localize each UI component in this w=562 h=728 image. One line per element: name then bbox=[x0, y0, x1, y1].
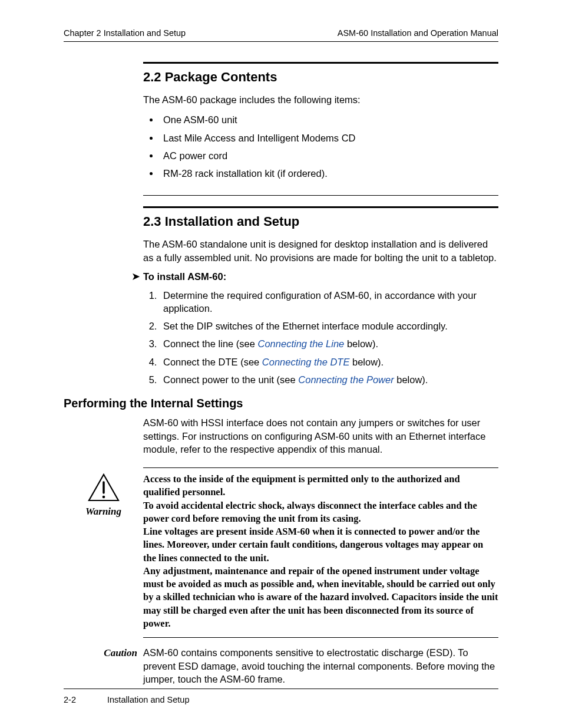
list-item: Determine the required configuration of … bbox=[160, 289, 498, 315]
page: Chapter 2 Installation and Setup ASM-60 … bbox=[0, 0, 562, 728]
rule-top-22 bbox=[143, 62, 498, 64]
header-left: Chapter 2 Installation and Setup bbox=[64, 28, 186, 38]
link-connecting-power[interactable]: Connecting the Power bbox=[298, 374, 394, 385]
subsection-internal-settings-title: Performing the Internal Settings bbox=[64, 397, 498, 410]
link-connecting-dte[interactable]: Connecting the DTE bbox=[262, 357, 350, 367]
rule-bottom-22 bbox=[143, 195, 498, 196]
page-footer: 2-2 Installation and Setup bbox=[64, 689, 498, 704]
procedure-title: To install ASM-60: bbox=[143, 271, 226, 282]
rule-top-23 bbox=[143, 206, 498, 208]
section-2-2-intro: The ASM-60 package includes the followin… bbox=[143, 93, 498, 106]
list-item: AC power cord bbox=[160, 149, 498, 162]
section-2-3-intro: The ASM-60 standalone unit is designed f… bbox=[143, 238, 498, 264]
caution-block: Caution ASM-60 contains components sensi… bbox=[64, 646, 498, 686]
footer-title: Installation and Setup bbox=[107, 695, 189, 704]
section-2-3: 2.3 Installation and Setup The ASM-60 st… bbox=[143, 206, 498, 386]
warning-text: Access to the inside of the equipment is… bbox=[143, 473, 498, 630]
list-item: One ASM-60 unit bbox=[160, 113, 498, 126]
header-right-rest: Installation and Operation Manual bbox=[368, 28, 498, 38]
caution-label: Caution bbox=[64, 647, 137, 659]
section-2-3-title: 2.3 Installation and Setup bbox=[143, 214, 498, 229]
step-text: below). bbox=[344, 338, 378, 349]
header-right-bold: ASM-60 bbox=[338, 28, 368, 38]
step-text: Connect power to the unit (see bbox=[163, 374, 298, 385]
section-2-2-title: 2.2 Package Contents bbox=[143, 70, 498, 85]
step-text: Connect the line (see bbox=[163, 338, 258, 349]
footer-page-number: 2-2 bbox=[64, 695, 105, 704]
step-text: below). bbox=[349, 357, 384, 367]
list-item: Connect the line (see Connecting the Lin… bbox=[160, 337, 498, 350]
running-header: Chapter 2 Installation and Setup ASM-60 … bbox=[64, 28, 498, 42]
warning-triangle-icon bbox=[87, 494, 120, 504]
warning-label: Warning bbox=[64, 506, 143, 518]
subsection-internal-settings: ASM-60 with HSSI interface does not cont… bbox=[143, 416, 498, 456]
install-steps: Determine the required configuration of … bbox=[143, 289, 498, 387]
link-connecting-line[interactable]: Connecting the Line bbox=[258, 338, 345, 349]
list-item: Last Mile Access and Intelligent Modems … bbox=[160, 131, 498, 144]
list-item: Connect power to the unit (see Connectin… bbox=[160, 373, 498, 386]
list-item: Set the DIP switches of the Ethernet int… bbox=[160, 319, 498, 332]
caution-callout: Caution bbox=[64, 646, 143, 659]
package-list: One ASM-60 unit Last Mile Access and Int… bbox=[143, 113, 498, 180]
section-2-2: 2.2 Package Contents The ASM-60 package … bbox=[143, 62, 498, 196]
list-item: Connect the DTE (see Connecting the DTE … bbox=[160, 355, 498, 368]
step-text: Connect the DTE (see bbox=[163, 357, 262, 367]
warning-callout: Warning bbox=[64, 473, 143, 518]
rule-below-warning bbox=[143, 637, 498, 638]
rule-above-warning bbox=[143, 467, 498, 468]
arrow-icon: ➤ bbox=[131, 271, 143, 283]
svg-point-2 bbox=[102, 496, 105, 499]
step-text: below). bbox=[394, 374, 428, 385]
procedure-heading-row: ➤ To install ASM-60: bbox=[131, 271, 498, 283]
internal-settings-para: ASM-60 with HSSI interface does not cont… bbox=[143, 416, 498, 456]
caution-text: ASM-60 contains components sensitive to … bbox=[143, 646, 498, 686]
list-item: RM-28 rack installation kit (if ordered)… bbox=[160, 167, 498, 180]
warning-block: Warning Access to the inside of the equi… bbox=[64, 473, 498, 630]
header-right: ASM-60 Installation and Operation Manual bbox=[338, 28, 498, 38]
